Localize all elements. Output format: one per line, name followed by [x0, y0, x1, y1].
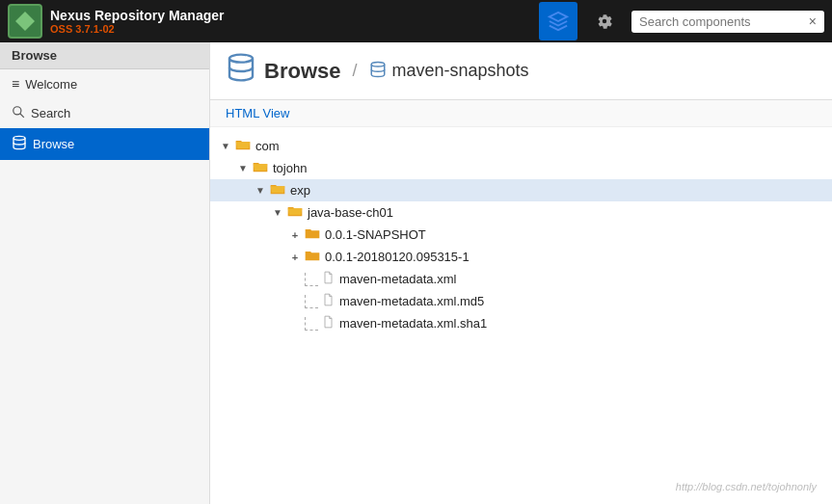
tree-row[interactable]: maven-metadata.xml	[210, 268, 832, 290]
tree-expander[interactable]: +	[287, 229, 303, 241]
sidebar-item-browse-label: Browse	[33, 137, 74, 151]
tree-connector	[305, 295, 318, 308]
tree-row[interactable]: +0.0.1-SNAPSHOT	[210, 224, 832, 246]
tree-item-label: maven-metadata.xml	[339, 272, 456, 286]
file-icon	[322, 271, 335, 287]
file-icon	[322, 293, 335, 309]
tree-row[interactable]: ▼exp	[210, 179, 832, 201]
brand-logo	[8, 4, 42, 39]
gear-icon	[596, 13, 613, 30]
sidebar-item-search[interactable]: Search	[0, 98, 209, 128]
tree-expander[interactable]	[287, 274, 303, 285]
sidebar-item-welcome-label: Welcome	[25, 77, 77, 92]
navbar: Nexus Repository Manager OSS 3.7.1-02 ×	[0, 0, 832, 42]
app-subtitle: OSS 3.7.1-02	[50, 23, 225, 35]
tree-item-label: maven-metadata.xml.sha1	[339, 316, 487, 331]
cube-nav-button[interactable]	[539, 2, 577, 40]
sidebar-item-welcome[interactable]: ≡ Welcome	[0, 69, 209, 98]
tree-expander[interactable]: ▼	[218, 141, 233, 151]
breadcrumb-separator: /	[352, 61, 357, 81]
folder-icon	[305, 226, 320, 243]
tree-expander[interactable]	[287, 318, 303, 330]
search-input[interactable]	[639, 14, 803, 29]
watermark: http://blog.csdn.net/tojohnonly	[676, 481, 817, 492]
cube-icon	[548, 11, 569, 32]
tree-connector	[305, 273, 318, 286]
folder-open-icon	[270, 182, 285, 199]
tree-row[interactable]: ▼tojohn	[210, 157, 832, 179]
tree-connector	[305, 317, 318, 331]
svg-point-0	[13, 107, 21, 115]
app-title: Nexus Repository Manager	[50, 8, 225, 24]
svg-point-4	[371, 62, 385, 66]
svg-line-1	[20, 114, 24, 118]
breadcrumb-repo: maven-snapshots	[369, 61, 529, 82]
tree-expander[interactable]: ▼	[270, 207, 285, 218]
folder-open-icon	[235, 138, 251, 154]
sidebar-section-header: Browse	[0, 42, 209, 69]
sidebar-item-search-label: Search	[31, 106, 70, 120]
tree-item-label: 0.0.1-20180120.095315-1	[325, 250, 470, 264]
tree-expander[interactable]	[287, 296, 303, 307]
brand: Nexus Repository Manager OSS 3.7.1-02	[8, 4, 225, 39]
folder-icon	[305, 249, 320, 265]
tree-row[interactable]: +0.0.1-20180120.095315-1	[210, 246, 832, 268]
folder-open-icon	[253, 160, 268, 176]
browse-db-icon-header	[226, 52, 256, 90]
tree-item-label: java-base-ch01	[308, 205, 393, 220]
browse-db-icon	[12, 135, 27, 153]
search-icon	[12, 105, 25, 121]
tree-expander[interactable]: +	[287, 252, 303, 263]
tree-row[interactable]: ▼com	[210, 135, 832, 157]
tree-row[interactable]: maven-metadata.xml.sha1	[210, 312, 832, 334]
html-view-bar: HTML View	[210, 100, 832, 127]
welcome-icon: ≡	[12, 76, 19, 92]
tree-item-label: tojohn	[273, 161, 307, 175]
tree-item-label: exp	[290, 183, 310, 198]
file-icon	[322, 315, 335, 332]
tree-item-label: com	[255, 139, 280, 153]
sidebar: Browse ≡ Welcome Search Brows	[0, 42, 210, 504]
tree-item-label: 0.0.1-SNAPSHOT	[325, 227, 426, 242]
tree-item-label: maven-metadata.xml.md5	[339, 294, 484, 308]
page-title: Browse	[264, 59, 340, 84]
browse-header: Browse / maven-snapshots	[210, 42, 832, 100]
svg-point-3	[229, 55, 253, 63]
search-box[interactable]: ×	[631, 11, 824, 33]
tree-expander[interactable]: ▼	[253, 185, 268, 196]
tree-row[interactable]: maven-metadata.xml.md5	[210, 290, 832, 312]
brand-text: Nexus Repository Manager OSS 3.7.1-02	[50, 8, 225, 36]
tree-container: ▼com▼tojohn▼exp▼java-base-ch01+0.0.1-SNA…	[210, 127, 832, 504]
tree-row[interactable]: ▼java-base-ch01	[210, 201, 832, 224]
sidebar-item-browse[interactable]: Browse	[0, 128, 209, 160]
main-layout: Browse ≡ Welcome Search Brows	[0, 42, 832, 504]
logo-diamond	[15, 12, 35, 31]
svg-point-2	[13, 136, 25, 140]
folder-open-icon	[287, 204, 303, 221]
gear-nav-button[interactable]	[585, 2, 624, 40]
repo-name: maven-snapshots	[392, 61, 529, 81]
html-view-link[interactable]: HTML View	[226, 106, 289, 120]
search-clear-button[interactable]: ×	[809, 14, 817, 28]
content-area: Browse / maven-snapshots HTML View ▼com▼…	[210, 42, 832, 504]
tree-expander[interactable]: ▼	[235, 163, 251, 173]
repo-db-icon	[369, 61, 387, 82]
